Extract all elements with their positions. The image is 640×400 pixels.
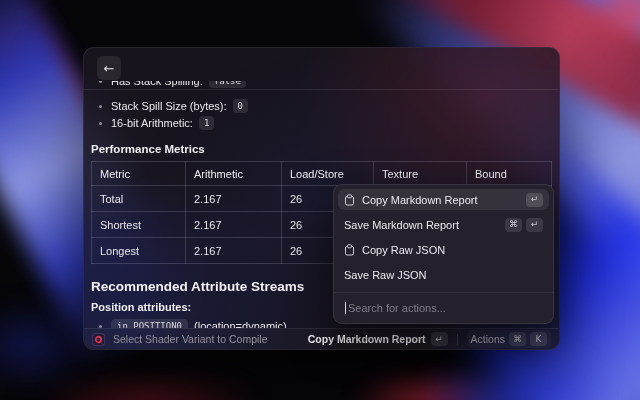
list-item-16bit-arithmetic: 16-bit Arithmetic: 1: [97, 115, 547, 131]
return-key-badge: ↵: [526, 218, 543, 232]
col-header-texture: Texture: [374, 162, 467, 186]
list-item-label: 16-bit Arithmetic:: [111, 115, 193, 131]
actions-label: Actions: [471, 333, 505, 345]
back-arrow-icon: ←: [104, 61, 115, 76]
actions-button[interactable]: Actions ⌘ K: [467, 330, 551, 348]
return-key-badge: ↵: [431, 332, 448, 346]
menu-item-save-markdown-report[interactable]: Save Markdown Report ⌘ ↵: [338, 212, 549, 237]
menu-item-label: Save Raw JSON: [344, 269, 427, 281]
actions-menu: Copy Markdown Report ↵ Save Markdown Rep…: [333, 184, 554, 324]
col-header-load-store: Load/Store: [282, 162, 374, 186]
cell-arithmetic: 2.167: [186, 238, 282, 264]
clipboard-icon: [344, 244, 355, 256]
list-item-stack-spilling: Has Stack Spilling: false: [97, 81, 547, 88]
table-header-row: Metric Arithmetic Load/Store Texture Bou…: [92, 162, 552, 186]
cmd-key-badge: ⌘: [509, 332, 526, 346]
cell-arithmetic: 2.167: [186, 212, 282, 238]
back-button[interactable]: ←: [97, 56, 121, 80]
cell-metric: Shortest: [92, 212, 186, 238]
bullet-dot: [99, 81, 102, 83]
return-key-badge: ↵: [526, 193, 543, 207]
value-badge: 0: [233, 99, 248, 113]
cell-metric: Longest: [92, 238, 186, 264]
col-header-bound: Bound: [467, 162, 552, 186]
search-placeholder: Search for actions...: [348, 302, 446, 314]
value-badge: 1: [199, 116, 214, 130]
bullet-dot: [99, 122, 102, 125]
shader-app-icon: [92, 333, 105, 346]
status-left-label: Select Shader Variant to Compile: [113, 333, 267, 345]
list-item-label: Has Stack Spilling:: [111, 81, 203, 88]
cell-metric: Total: [92, 186, 186, 212]
menu-item-label: Copy Markdown Report: [362, 194, 478, 206]
primary-action-button[interactable]: Copy Markdown Report: [308, 333, 426, 345]
value-badge: false: [209, 81, 246, 88]
cmd-key-badge: ⌘: [505, 218, 522, 232]
menu-item-copy-markdown-report[interactable]: Copy Markdown Report ↵: [338, 189, 549, 210]
clipboard-icon: [344, 194, 355, 206]
menu-item-save-raw-json[interactable]: Save Raw JSON: [338, 262, 549, 287]
status-bar: Select Shader Variant to Compile Copy Ma…: [84, 328, 559, 349]
col-header-metric: Metric: [92, 162, 186, 186]
menu-item-copy-raw-json[interactable]: Copy Raw JSON: [338, 237, 549, 262]
cell-arithmetic: 2.167: [186, 186, 282, 212]
menu-item-label: Copy Raw JSON: [362, 244, 445, 256]
menu-item-label: Save Markdown Report: [344, 219, 459, 231]
status-divider: [457, 334, 458, 345]
bullet-dot: [99, 105, 102, 108]
list-item-label: Stack Spill Size (bytes):: [111, 98, 227, 114]
actions-search-input[interactable]: Search for actions...: [338, 293, 549, 323]
k-key-badge: K: [530, 332, 547, 346]
performance-metrics-heading: Performance Metrics: [91, 143, 547, 155]
text-cursor: [345, 302, 346, 314]
list-item-stack-spill-size: Stack Spill Size (bytes): 0: [97, 98, 547, 114]
attribute-note: (location=dynamic): [194, 318, 287, 328]
col-header-arithmetic: Arithmetic: [186, 162, 282, 186]
attribute-code-badge: in_POSITION0: [111, 319, 188, 328]
